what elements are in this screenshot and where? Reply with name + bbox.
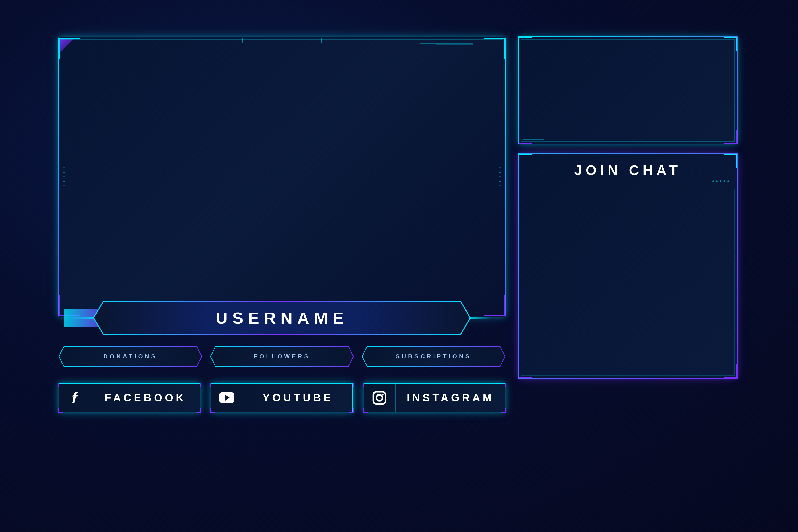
facebook-label: FACEBOOK xyxy=(91,392,200,404)
chat-dot xyxy=(723,180,725,182)
dot xyxy=(63,181,65,182)
corner-decoration xyxy=(349,408,354,413)
youtube-icon xyxy=(220,392,234,403)
stat-bar-subscriptions-inner: SUBSCRIPTIONS xyxy=(363,347,505,366)
chat-corner-tr xyxy=(726,154,737,165)
corner-decoration xyxy=(501,408,506,413)
dot xyxy=(63,167,65,169)
stat-bar-followers-inner: FOLLOWERS xyxy=(211,347,353,366)
layout-container: USERNAME DONATIONS FOLLOWERS SUBSCRIPTIO… xyxy=(58,37,740,495)
stat-bar-donations-inner: DONATIONS xyxy=(59,347,201,366)
webcam-corner-tr xyxy=(723,37,737,51)
chat-corner-tl xyxy=(519,154,529,165)
dot xyxy=(499,176,500,178)
stat-bar-followers: FOLLOWERS xyxy=(210,346,354,367)
svg-point-2 xyxy=(382,394,384,395)
side-dots-right xyxy=(499,167,500,187)
dot xyxy=(499,185,500,187)
webcam-corner-bl xyxy=(519,130,532,144)
top-deco-line-1 xyxy=(420,43,473,44)
corner-decoration xyxy=(349,382,354,387)
facebook-icon-area: f xyxy=(58,383,91,412)
svg-rect-0 xyxy=(373,392,385,404)
right-panel: JOIN CHAT xyxy=(519,37,737,378)
dot xyxy=(63,185,65,187)
chat-dot xyxy=(727,180,729,182)
dot xyxy=(499,167,500,169)
corner-br xyxy=(483,295,505,316)
webcam-inner-deco-bl xyxy=(523,129,544,140)
instagram-icon xyxy=(372,391,387,405)
instagram-icon-area xyxy=(364,383,396,412)
chat-header: JOIN CHAT xyxy=(519,154,737,186)
youtube-button[interactable]: YOUTUBE xyxy=(211,383,353,412)
social-buttons-row: f FACEBOOK YOUTUBE xyxy=(58,383,506,412)
corner-accent xyxy=(59,38,75,54)
corner-decoration xyxy=(196,408,201,413)
stat-bar-donations: DONATIONS xyxy=(58,346,202,367)
stat-bars-row: DONATIONS FOLLOWERS SUBSCRIPTIONS xyxy=(58,346,506,367)
webcam-corner-tl xyxy=(519,37,532,51)
svg-point-1 xyxy=(376,395,382,401)
corner-decoration xyxy=(501,382,506,387)
top-deco-line-2 xyxy=(436,44,473,45)
chat-title: JOIN CHAT xyxy=(574,162,681,178)
dot xyxy=(499,172,500,173)
main-video-frame xyxy=(58,37,506,317)
username-banner: USERNAME xyxy=(93,301,471,335)
chat-dot xyxy=(716,180,718,182)
webcam-corner-br xyxy=(723,130,737,144)
stat-bar-followers-label: FOLLOWERS xyxy=(254,353,310,360)
youtube-label: YOUTUBE xyxy=(243,392,353,404)
stat-bar-subscriptions: SUBSCRIPTIONS xyxy=(362,346,506,367)
corner-tr xyxy=(483,38,505,59)
chat-dot xyxy=(720,180,721,182)
chat-dot xyxy=(712,180,714,182)
stat-bar-donations-label: DONATIONS xyxy=(103,353,157,360)
chat-panel: JOIN CHAT xyxy=(519,154,737,378)
dot xyxy=(63,176,65,178)
corner-tl xyxy=(59,38,80,59)
side-dots-left xyxy=(63,167,65,187)
chat-header-dots xyxy=(712,180,729,182)
webcam-inner-deco-tr xyxy=(711,41,733,52)
instagram-button[interactable]: INSTAGRAM xyxy=(364,383,506,412)
chat-inner-frame xyxy=(521,189,735,376)
dot xyxy=(63,172,65,173)
corner-decoration xyxy=(196,382,201,387)
youtube-icon-area xyxy=(211,383,243,412)
stat-bar-subscriptions-label: SUBSCRIPTIONS xyxy=(396,353,472,360)
webcam-frame xyxy=(519,37,737,144)
banner-inner: USERNAME xyxy=(94,302,470,334)
username-text: USERNAME xyxy=(216,308,348,327)
facebook-button[interactable]: f FACEBOOK xyxy=(58,383,200,412)
instagram-label: INSTAGRAM xyxy=(396,392,506,404)
dot xyxy=(499,181,500,182)
top-notch xyxy=(242,38,322,43)
facebook-icon: f xyxy=(72,388,77,407)
